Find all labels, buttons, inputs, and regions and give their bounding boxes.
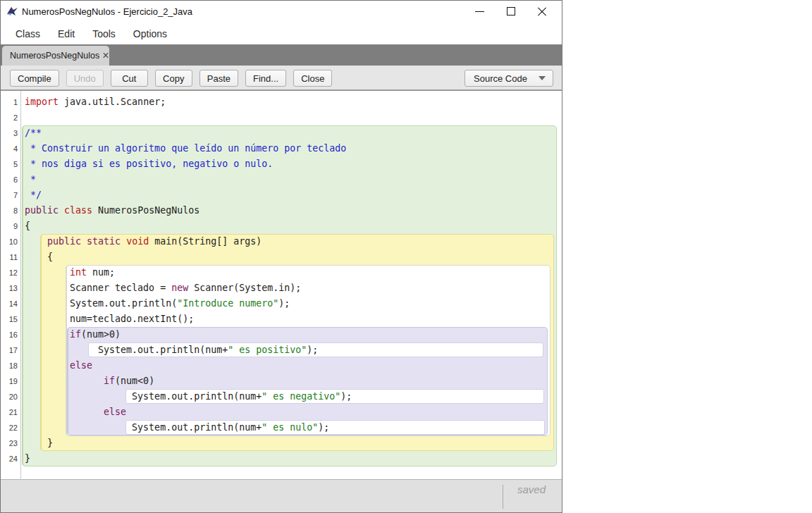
line-number: 24 [1,451,18,466]
line-number: 18 [1,358,18,373]
line-number: 4 [1,141,18,156]
line-number: 21 [1,404,18,420]
save-status-label: saved [517,483,546,495]
code-text: else [25,404,126,420]
code-text: * [25,172,36,187]
code-line[interactable]: 17 System.out.println(num+" es positivo"… [1,342,562,358]
code-line[interactable]: 10 public static void main(String[] args… [1,234,562,249]
line-number: 20 [1,389,18,404]
line-number: 19 [1,373,18,389]
close-window-button[interactable] [527,1,558,23]
view-selector-dropdown[interactable]: Source Code [465,70,553,87]
code-line[interactable]: 11 { [1,249,562,265]
code-text: if(num>0) [25,327,121,342]
code-text: import java.util.Scanner; [25,94,166,110]
toolbar-button-find[interactable]: Find... [245,70,286,87]
code-line[interactable]: 14 System.out.println("Introduce numero"… [1,296,562,311]
code-line[interactable]: 8public class NumerosPosNegNulos [1,203,562,218]
line-number: 16 [1,327,18,342]
line-number: 10 [1,234,18,249]
tab-label: NumerosPosNegNulos [10,51,99,61]
code-text: else [25,358,92,373]
line-number: 6 [1,172,18,187]
code-text: public static void main(String[] args) [25,234,262,249]
toolbar-button-cut[interactable]: Cut [111,70,148,87]
toolbar-button-copy[interactable]: Copy [155,70,192,87]
tab-close-icon[interactable]: × [99,50,109,61]
tabbar: NumerosPosNegNulos × [1,44,562,66]
code-line[interactable]: 5 * nos diga si es positivo, negativo o … [1,156,562,172]
titlebar: NumerosPosNegNulos - Ejercicio_2_Java [1,1,562,23]
maximize-icon [507,7,515,16]
code-line[interactable]: 23 } [1,435,562,451]
code-line[interactable]: 13 Scanner teclado = new Scanner(System.… [1,280,562,296]
menu-edit[interactable]: Edit [50,28,82,39]
bluej-editor-window: NumerosPosNegNulos - Ejercicio_2_Java Cl… [0,0,562,513]
code-text: if(num<0) [25,373,154,389]
minimize-button[interactable] [465,1,496,23]
line-number: 5 [1,156,18,172]
code-text: } [25,451,30,466]
line-number: 7 [1,187,18,203]
code-line[interactable]: 1import java.util.Scanner; [1,94,562,110]
menu-class[interactable]: Class [8,28,48,39]
line-number: 22 [1,420,18,435]
line-number: 17 [1,342,18,358]
code-text: Scanner teclado = new Scanner(System.in)… [25,280,301,296]
code-text: num=teclado.nextInt(); [25,311,194,327]
menu-tools[interactable]: Tools [85,28,123,39]
code-text: System.out.println(num+" es negativo"); [25,389,352,404]
gutter-separator [20,91,21,480]
line-number: 8 [1,203,18,218]
bluej-app-icon [6,6,18,18]
code-line[interactable]: 21 else [1,404,562,420]
line-number: 15 [1,311,18,327]
code-line[interactable]: 19 if(num<0) [1,373,562,389]
line-number: 9 [1,218,18,234]
code-line[interactable]: 9{ [1,218,562,234]
toolbar-button-undo[interactable]: Undo [66,70,104,87]
code-line[interactable]: 3/** [1,125,562,141]
code-text: int num; [25,265,115,280]
code-text: System.out.println(num+" es positivo"); [25,342,318,358]
line-number: 1 [1,94,18,110]
menubar: ClassEditToolsOptions [1,23,562,44]
code-line[interactable]: 15 num=teclado.nextInt(); [1,311,562,327]
line-number: 14 [1,296,18,311]
line-number: 2 [1,110,18,125]
code-text: } [25,435,53,451]
code-line[interactable]: 22 System.out.println(num+" es nulo"); [1,420,562,435]
toolbar-button-compile[interactable]: Compile [10,70,59,87]
code-text: System.out.println("Introduce numero"); [25,296,290,311]
code-line[interactable]: 7 */ [1,187,562,203]
maximize-button[interactable] [496,1,527,23]
code-line[interactable]: 16 if(num>0) [1,327,562,342]
code-line[interactable]: 6 * [1,172,562,187]
code-line[interactable]: 24} [1,451,562,466]
tab-numerosposnegnulos[interactable]: NumerosPosNegNulos × [2,46,109,66]
code-text: { [25,249,53,265]
code-line[interactable]: 18 else [1,358,562,373]
line-number: 13 [1,280,18,296]
window-title: NumerosPosNegNulos - Ejercicio_2_Java [22,6,192,17]
code-line[interactable]: 12 int num; [1,265,562,280]
menu-options[interactable]: Options [125,28,175,39]
code-line[interactable]: 20 System.out.println(num+" es negativo"… [1,389,562,404]
code-text: /** [25,125,42,141]
code-text: public class NumerosPosNegNulos [25,203,199,218]
code-text: System.out.println(num+" es nulo"); [25,420,329,435]
code-line[interactable]: 2 [1,110,562,125]
toolbar: CompileUndoCutCopyPasteFind...Close Sour… [1,66,562,91]
line-number: 3 [1,125,18,141]
line-number: 11 [1,249,18,265]
view-selector-value: Source Code [474,73,539,84]
code-text: * Construir un algoritmo que leído un nú… [25,141,346,156]
code-text: */ [25,187,42,203]
toolbar-button-close[interactable]: Close [293,70,332,87]
statusbar: saved [1,479,562,512]
code-editor[interactable]: 1import java.util.Scanner;23/**4 * Const… [1,91,562,480]
minimize-icon [475,11,484,12]
code-text: { [25,218,30,234]
code-line[interactable]: 4 * Construir un algoritmo que leído un … [1,141,562,156]
toolbar-button-paste[interactable]: Paste [199,70,238,87]
